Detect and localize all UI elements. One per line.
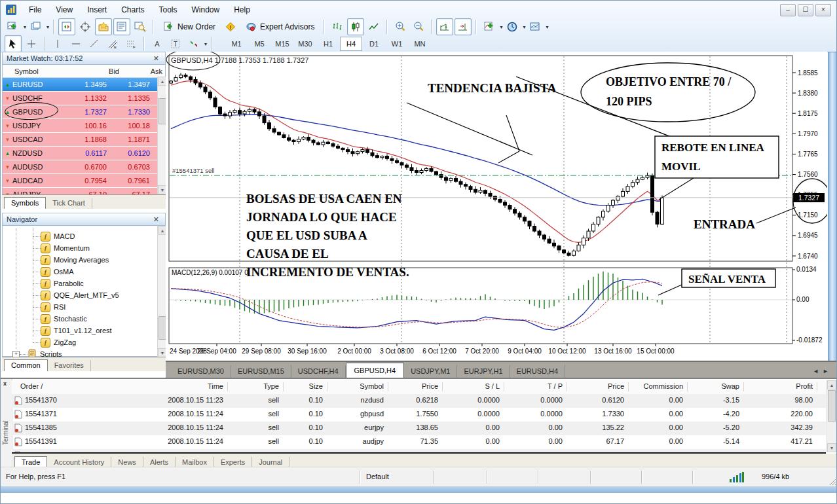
scroll-up-icon[interactable]: ▲ (827, 380, 836, 389)
arrows-button[interactable] (185, 35, 202, 52)
chart-vertical-scrollbar[interactable] (828, 52, 837, 375)
close-button[interactable]: × (815, 4, 831, 16)
column-bid[interactable]: Bid (70, 67, 119, 75)
expert-advisors-button[interactable]: Expert Advisors (240, 18, 320, 35)
menu-insert[interactable]: Insert (80, 3, 114, 16)
navigator-item-rsi[interactable]: fRSI (41, 302, 65, 312)
navigator-item-macd[interactable]: fMACD (41, 231, 75, 242)
menu-help[interactable]: Help (227, 3, 257, 16)
profiles-button[interactable] (28, 18, 45, 35)
market-watch-row-nzdusd[interactable]: ▲NZDUSD0.61170.6120 (3, 147, 157, 160)
market-watch-row-eurusd[interactable]: ▲EURUSD1.34951.3497 (3, 78, 157, 92)
chevron-down-icon[interactable]: ▾ (24, 24, 26, 30)
column-ask[interactable]: Ask (119, 67, 162, 75)
trendline-button[interactable] (86, 35, 103, 52)
order-row-15541370[interactable]: 155413702008.10.15 11:23sell0.10nzdusd0.… (12, 394, 826, 408)
market-watch-row-usdjpy[interactable]: ▼USDJPY100.16100.18 (3, 119, 157, 133)
navigator-item-zigzag[interactable]: fZigZag (41, 337, 76, 348)
chevron-down-icon[interactable]: ▾ (523, 24, 525, 30)
market-watch-row-audusd[interactable]: ▼AUDUSD0.67000.6703 (3, 160, 157, 174)
menu-view[interactable]: View (48, 3, 80, 16)
tab-scroll-arrows[interactable]: ◄► (813, 368, 832, 374)
fibonacci-button[interactable]: F (122, 35, 140, 52)
chart-tab-gbpusd-h4[interactable]: GBPUSD,H4 (346, 363, 405, 378)
timeframe-w1[interactable]: W1 (386, 37, 408, 51)
metaeditor-button[interactable]: ! (222, 18, 239, 35)
navigator-item-momentum[interactable]: fMomentum (41, 243, 90, 253)
terminal-column-11[interactable]: Profit (741, 382, 813, 390)
order-row-15541371[interactable]: 155413712008.10.15 11:24sell0.10gbpusd1.… (12, 408, 826, 422)
chart-shift-button[interactable] (455, 18, 472, 35)
timeframe-h1[interactable]: H1 (317, 37, 339, 51)
channel-button[interactable]: E (104, 35, 121, 52)
terminal-close-icon[interactable]: x (3, 380, 7, 387)
gbpusd-h4-chart[interactable]: #15541371 sellMACD(12,26,9) 0.00107 01.8… (166, 52, 827, 359)
timeframe-m30[interactable]: M30 (294, 37, 316, 51)
text-label-button[interactable]: T (167, 35, 184, 52)
chart-window[interactable]: #15541371 sellMACD(12,26,9) 0.00107 01.8… (166, 52, 827, 359)
crosshair-tool-button[interactable] (23, 35, 40, 52)
new-chart-button[interactable] (5, 18, 22, 35)
terminal-column-10[interactable]: Swap (667, 382, 739, 390)
menu-tools[interactable]: Tools (152, 3, 185, 16)
line-chart-button[interactable] (365, 18, 382, 35)
market-watch-row-gbpusd[interactable]: ▲GBPUSD1.73271.7330 (3, 105, 157, 119)
timeframe-d1[interactable]: D1 (363, 37, 385, 51)
terminal-scrollbar[interactable]: ▲ ▼ (827, 380, 836, 452)
tab-common[interactable]: Common (4, 359, 48, 371)
terminal-toggle-button[interactable] (113, 18, 130, 35)
restore-button[interactable]: ☐ (798, 4, 813, 16)
market-watch-row-usdcad[interactable]: ▼USDCAD1.18681.1871 (3, 133, 157, 147)
market-watch-toggle-button[interactable] (58, 18, 75, 35)
chevron-down-icon[interactable]: ▾ (46, 24, 49, 30)
strategy-tester-button[interactable] (132, 18, 149, 35)
timeframe-m5[interactable]: M5 (248, 37, 270, 51)
bar-chart-button[interactable] (329, 18, 346, 35)
chart-tab-usdjpy-m1[interactable]: USDJPY,M1 (404, 365, 457, 378)
resize-grip[interactable] (827, 477, 836, 486)
navigator-item-osma[interactable]: fOsMA (41, 266, 74, 277)
market-watch-row-audcad[interactable]: ▼AUDCAD0.79540.7961 (3, 174, 157, 188)
cursor-button[interactable] (5, 35, 22, 52)
candlestick-chart-button[interactable] (347, 18, 364, 35)
terminal-column-6[interactable]: S / L (428, 382, 500, 390)
indicators-button[interactable] (481, 18, 498, 35)
tab-favorites[interactable]: Favorites (48, 360, 91, 371)
zoom-out-button[interactable] (410, 18, 427, 35)
chevron-down-icon[interactable]: ▾ (546, 24, 548, 30)
auto-scroll-button[interactable] (436, 18, 453, 35)
navigator-item-moving-averages[interactable]: fMoving Averages (41, 255, 109, 265)
tab-symbols[interactable]: Symbols (4, 197, 46, 209)
horizontal-line-button[interactable] (67, 35, 84, 52)
chart-tab-usdchf-h4[interactable]: USDCHF,H4 (291, 365, 346, 378)
terminal-column-0[interactable]: Order / (20, 382, 43, 390)
zoom-in-button[interactable] (392, 18, 409, 35)
order-row-15541385[interactable]: 155413852008.10.15 11:24sell0.10eurjpy13… (12, 422, 826, 435)
navigator-item-parabolic[interactable]: fParabolic (41, 278, 84, 289)
menu-charts[interactable]: Charts (114, 3, 151, 16)
order-row-15541391[interactable]: 155413912008.10.15 11:24sell0.10audjpy71… (12, 435, 826, 449)
navigator-item-stochastic[interactable]: fStochastic (41, 314, 87, 324)
navigator-item-qqe-alert-mtf-v5[interactable]: fQQE_Alert_MTF_v5 (41, 290, 119, 300)
chevron-down-icon[interactable]: ▾ (204, 41, 207, 47)
tab-tick-chart[interactable]: Tick Chart (46, 198, 92, 209)
chart-tab-eurusd-h4[interactable]: EURUSD,H4 (510, 365, 566, 378)
navigator-toggle-button[interactable] (95, 18, 112, 35)
timeframe-h4[interactable]: H4 (340, 37, 362, 51)
new-order-button[interactable]: New Order (158, 18, 221, 35)
market-watch-row-usdchf[interactable]: ▼USDCHF1.13321.1335 (3, 92, 157, 105)
timeframe-mn[interactable]: MN (409, 37, 431, 51)
close-icon[interactable]: ✕ (151, 54, 161, 63)
minimize-button[interactable]: – (780, 4, 796, 16)
scroll-down-icon[interactable]: ▼ (827, 443, 836, 452)
data-window-button[interactable] (77, 18, 94, 35)
templates-button[interactable] (527, 18, 544, 35)
chevron-down-icon[interactable]: ▾ (500, 24, 502, 30)
timeframe-m1[interactable]: M1 (225, 37, 248, 51)
navigator-item-t101-v1-12-orest[interactable]: fT101_v1.12_orest (41, 325, 112, 336)
menu-window[interactable]: Window (185, 3, 227, 16)
vertical-line-button[interactable] (49, 35, 66, 52)
chart-tab-eurjpy-h1[interactable]: EURJPY,H1 (457, 365, 510, 378)
column-symbol[interactable]: Symbol (3, 67, 70, 75)
status-profile[interactable]: Default (366, 473, 389, 480)
